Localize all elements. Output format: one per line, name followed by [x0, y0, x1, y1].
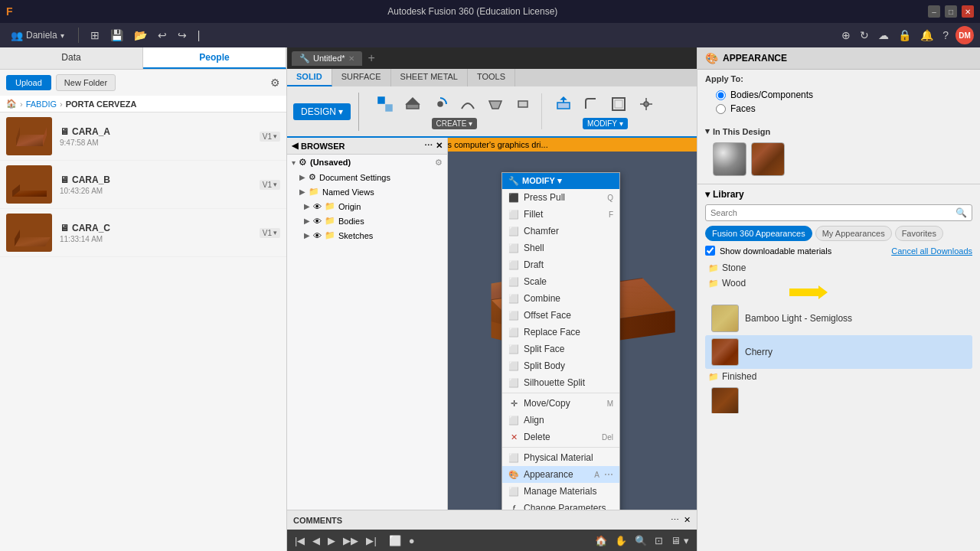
downloadable-checkbox[interactable] [705, 246, 715, 256]
fit-icon[interactable]: ⊡ [653, 533, 665, 548]
display-icon[interactable]: 🖥 ▾ [669, 533, 691, 548]
search-icon[interactable]: 🔍 [956, 207, 967, 218]
scale-item[interactable]: ⬜ Scale [502, 273, 619, 290]
search-input[interactable] [710, 208, 952, 217]
favorites-tab[interactable]: Favorites [895, 226, 943, 241]
browser-toggle[interactable]: ◀ [292, 141, 298, 151]
save-icon[interactable]: 💾 [108, 27, 126, 44]
add-tab-icon[interactable]: + [368, 51, 375, 65]
delete-item[interactable]: ✕ Delete Del [502, 429, 619, 445]
browser-options[interactable]: ⋯ [424, 141, 433, 151]
point-icon[interactable]: ● [407, 533, 416, 548]
replace-face-item[interactable]: ⬜ Replace Face [502, 324, 619, 341]
ribbon-tab-solid[interactable]: SOLID [287, 69, 332, 86]
fillet-item[interactable]: ⬜ Fillet F [502, 206, 619, 223]
browser-item[interactable]: ▶ ⚙ Document Settings [287, 170, 447, 184]
bell-icon[interactable]: 🔔 [918, 27, 936, 44]
select-icon[interactable]: ⬜ [387, 533, 403, 548]
browser-item[interactable]: ▾ ⚙ (Unsaved) ⚙ [287, 155, 447, 170]
press-pull-btn[interactable] [551, 93, 576, 115]
change-params-item[interactable]: f Change Parameters [502, 500, 619, 510]
faces-option[interactable]: Faces [716, 103, 962, 114]
close-button[interactable]: ✕ [962, 5, 974, 18]
press-pull-item[interactable]: ⬛ Press Pull Q [502, 189, 619, 206]
modify-button[interactable]: MODIFY ▾ [583, 118, 627, 129]
open-icon[interactable]: 📂 [132, 27, 149, 44]
comments-close[interactable]: ✕ [684, 515, 691, 525]
physical-material-item[interactable]: ⬜ Physical Material [502, 449, 619, 466]
bodies-radio[interactable] [716, 90, 726, 100]
my-appearances-tab[interactable]: My Appearances [815, 226, 892, 241]
settings-icon[interactable]: ⚙ [270, 77, 280, 89]
untitled-tab[interactable]: 🔧 Untitled* ✕ [292, 51, 362, 66]
stone-category[interactable]: 📁 Stone [705, 260, 972, 276]
browser-item[interactable]: ▶ 👁 📁 Bodies [287, 214, 447, 228]
silhouette-split-item[interactable]: ⬜ Silhouette Split [502, 374, 619, 391]
revolve-btn[interactable] [428, 93, 452, 115]
breadcrumb-fabdig[interactable]: FABDIG [26, 99, 57, 109]
ribbon-tab-surface[interactable]: SURFACE [332, 69, 391, 86]
loft-btn[interactable] [483, 93, 508, 115]
collapse-icon[interactable]: ▾ [705, 189, 710, 200]
browser-item[interactable]: ▶ 👁 📁 Sketches [287, 228, 447, 243]
user-menu[interactable]: 👥 Daniela ▾ [6, 28, 69, 43]
play-icon[interactable]: ▶ [326, 533, 337, 548]
pan-icon[interactable]: ✋ [613, 533, 629, 548]
create-button[interactable]: CREATE ▾ [432, 118, 478, 129]
library-search[interactable]: 🔍 [705, 204, 972, 221]
wood-swatch[interactable] [751, 142, 785, 176]
zoom-icon[interactable]: 🔍 [633, 533, 648, 548]
offset-face-item[interactable]: ⬜ Offset Face [502, 307, 619, 324]
sweep-btn[interactable] [456, 93, 480, 115]
comments-options[interactable]: ⋯ [671, 515, 679, 525]
wood-category[interactable]: 📁 Wood [705, 276, 972, 291]
tab-data[interactable]: Data [0, 47, 143, 69]
grid-icon[interactable]: ⊞ [88, 27, 102, 44]
appearance-item[interactable]: 🎨 Appearance A ⋯ [502, 466, 619, 483]
play-back-icon[interactable]: ◀ [311, 533, 322, 548]
rib-btn[interactable] [511, 93, 535, 115]
help-icon[interactable]: ? [940, 27, 951, 44]
cancel-downloads-link[interactable]: Cancel all Downloads [891, 246, 972, 256]
cherry-material-row[interactable]: Cherry [705, 335, 972, 369]
play-end-icon[interactable]: ▶| [364, 533, 377, 548]
refresh-icon[interactable]: ↻ [858, 27, 871, 44]
shell-btn[interactable] [606, 93, 631, 115]
extra-material-row[interactable] [705, 384, 972, 413]
move-copy-item[interactable]: ✛ Move/Copy M [502, 395, 619, 412]
fillet-btn[interactable] [579, 93, 603, 115]
undo-icon[interactable]: ↩ [155, 27, 169, 44]
play-forward-icon[interactable]: ▶▶ [341, 533, 360, 548]
split-body-item[interactable]: ⬜ Split Body [502, 357, 619, 374]
bamboo-material-row[interactable]: Bamboo Light - Semigloss [705, 302, 972, 335]
faces-radio[interactable] [716, 104, 726, 114]
move-btn[interactable] [634, 93, 658, 115]
ribbon-tab-tools[interactable]: TOOLS [468, 69, 515, 86]
home-view-icon[interactable]: 🏠 [593, 533, 609, 548]
browser-close[interactable]: ✕ [436, 141, 443, 151]
draft-item[interactable]: ⬜ Draft [502, 256, 619, 273]
manage-materials-item[interactable]: ⬜ Manage Materials [502, 483, 619, 500]
ribbon-tab-sheetmetal[interactable]: SHEET METAL [391, 69, 468, 86]
redo-icon[interactable]: ↪ [175, 27, 189, 44]
upload-button[interactable]: Upload [6, 75, 51, 90]
browser-item[interactable]: ▶ 📁 Named Views [287, 184, 447, 199]
minimize-button[interactable]: – [928, 5, 940, 18]
fusion-appearances-tab[interactable]: Fusion 360 Appearances [705, 226, 812, 241]
maximize-button[interactable]: □ [945, 5, 957, 18]
extrude-btn[interactable] [400, 93, 425, 115]
browser-item[interactable]: ▶ 👁 📁 Origin [287, 199, 447, 214]
lock-icon[interactable]: 🔒 [896, 27, 913, 44]
bodies-components-option[interactable]: Bodies/Components [716, 90, 962, 100]
list-item[interactable]: 🖥 CARA_C 11:33:14 AM V1 ▾ [0, 209, 286, 257]
cloud-icon[interactable]: ☁ [876, 27, 891, 44]
new-component-btn[interactable] [373, 93, 397, 115]
align-item[interactable]: ⬜ Align [502, 412, 619, 429]
combine-item[interactable]: ⬜ Combine [502, 290, 619, 307]
close-tab-icon[interactable]: ✕ [348, 54, 354, 63]
plus-icon[interactable]: ⊕ [839, 27, 853, 44]
chamfer-item[interactable]: ⬜ Chamfer [502, 223, 619, 240]
design-button[interactable]: DESIGN ▾ [293, 103, 351, 120]
new-folder-button[interactable]: New Folder [56, 74, 116, 91]
play-start-icon[interactable]: |◀ [293, 533, 306, 548]
